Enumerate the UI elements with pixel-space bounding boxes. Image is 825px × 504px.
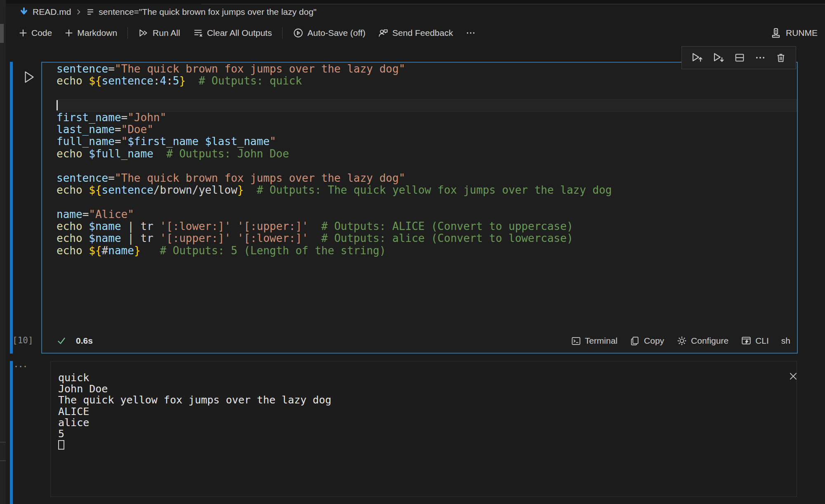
code-line[interactable]: echo ${#name} # Outputs: 5 (Length of th… bbox=[57, 245, 797, 257]
kernel-label: RUNME bbox=[786, 28, 818, 38]
code-line[interactable] bbox=[57, 196, 797, 208]
run-below-icon[interactable] bbox=[712, 52, 725, 64]
top-strip bbox=[0, 0, 825, 4]
split-cell-icon[interactable] bbox=[734, 52, 745, 63]
code-line[interactable]: echo ${sentence/brown/yellow} # Outputs:… bbox=[57, 184, 797, 196]
code-line[interactable] bbox=[57, 160, 797, 172]
code-line[interactable]: last_name="Doe" bbox=[57, 124, 797, 136]
text-cursor bbox=[57, 100, 58, 110]
code-line[interactable] bbox=[57, 87, 797, 99]
list-icon bbox=[86, 7, 95, 16]
markdown-file-icon bbox=[19, 7, 29, 17]
auto-save-label: Auto-Save (off) bbox=[307, 28, 365, 38]
auto-save-toggle[interactable]: Auto-Save (off) bbox=[287, 25, 372, 41]
stamp-icon bbox=[770, 27, 782, 39]
copy-icon bbox=[630, 336, 640, 346]
play-circle-icon bbox=[293, 28, 304, 38]
output-line: ALICE bbox=[58, 406, 797, 417]
run-all-label: Run All bbox=[153, 28, 180, 38]
add-code-cell-button[interactable]: Code bbox=[12, 25, 58, 41]
code-editor[interactable]: sentence="The quick brown fox jumps over… bbox=[42, 63, 797, 329]
cell-statusbar: 0.6s Terminal Copy Configure bbox=[42, 329, 797, 353]
cli-button[interactable]: CLI bbox=[741, 335, 769, 346]
language-label: sh bbox=[781, 336, 790, 346]
code-line[interactable]: sentence="The quick brown fox jumps over… bbox=[57, 172, 797, 184]
output-line: alice bbox=[58, 417, 797, 428]
scrollbar-thumb[interactable] bbox=[0, 24, 4, 43]
gear-icon bbox=[676, 335, 687, 346]
terminal-label: Terminal bbox=[585, 336, 618, 346]
success-check-icon bbox=[56, 335, 67, 346]
run-all-icon bbox=[138, 28, 149, 38]
output-line: The quick yellow fox jumps over the lazy… bbox=[58, 394, 797, 406]
copy-label: Copy bbox=[644, 336, 664, 346]
breadcrumb-file[interactable]: READ.md bbox=[33, 7, 71, 17]
send-feedback-button[interactable]: Send Feedback bbox=[372, 25, 459, 41]
language-picker[interactable]: sh bbox=[781, 336, 790, 346]
cell-toolbar bbox=[681, 46, 796, 69]
breadcrumb: READ.md sentence="The quick brown fox ju… bbox=[19, 6, 316, 18]
configure-label: Configure bbox=[691, 336, 728, 346]
notebook-cell: sentence="The quick brown fox jumps over… bbox=[41, 62, 798, 354]
clear-all-outputs-label: Clear All Outputs bbox=[207, 28, 272, 38]
execution-duration: 0.6s bbox=[76, 336, 93, 346]
run-cell-button[interactable] bbox=[21, 69, 36, 85]
toolbar-divider bbox=[282, 27, 283, 39]
editor-top-border bbox=[201, 4, 825, 5]
add-code-label: Code bbox=[31, 28, 52, 38]
ellipsis-icon bbox=[465, 28, 476, 38]
code-line[interactable]: first_name="John" bbox=[57, 112, 797, 124]
close-output-button[interactable] bbox=[786, 369, 800, 383]
configure-button[interactable]: Configure bbox=[676, 335, 728, 346]
terminal-block-cursor bbox=[58, 440, 64, 450]
code-line[interactable] bbox=[57, 99, 797, 111]
cell-focus-bar bbox=[10, 62, 13, 354]
output-focus-bar bbox=[10, 361, 13, 504]
add-markdown-cell-button[interactable]: Markdown bbox=[58, 25, 123, 41]
chevron-right-icon bbox=[75, 8, 82, 16]
code-line[interactable]: echo ${sentence:4:5} # Outputs: quick bbox=[57, 75, 797, 87]
notebook-toolbar: Code Markdown Run All Clear All Outputs … bbox=[12, 22, 482, 44]
left-gutter-strip bbox=[0, 0, 6, 504]
output-line: 5 bbox=[58, 428, 797, 439]
code-line[interactable]: echo $name | tr '[:upper:]' '[:lower:]' … bbox=[57, 232, 797, 244]
output-collapse-button[interactable]: ··· bbox=[14, 359, 28, 372]
send-feedback-label: Send Feedback bbox=[392, 28, 453, 38]
delete-cell-icon[interactable] bbox=[775, 52, 787, 63]
more-actions-button[interactable] bbox=[459, 25, 482, 41]
output-lines: quickJohn DoeThe quick yellow fox jumps … bbox=[58, 372, 797, 450]
terminal-button[interactable]: Terminal bbox=[571, 336, 618, 346]
kernel-picker-button[interactable]: RUNME bbox=[770, 22, 818, 44]
cli-icon bbox=[741, 335, 752, 346]
run-all-button[interactable]: Run All bbox=[132, 25, 186, 41]
output-line: John Doe bbox=[58, 383, 797, 394]
execution-count: [10] bbox=[12, 335, 33, 345]
gutter-separator bbox=[0, 442, 6, 443]
code-line[interactable]: name="Alice" bbox=[57, 209, 797, 220]
copy-button[interactable]: Copy bbox=[630, 336, 664, 346]
cli-label: CLI bbox=[755, 336, 769, 346]
code-lines: sentence="The quick brown fox jumps over… bbox=[57, 63, 797, 257]
breadcrumb-cell[interactable]: sentence="The quick brown fox jumps over… bbox=[99, 7, 316, 17]
code-line[interactable]: echo $full_name # Outputs: John Doe bbox=[57, 148, 797, 160]
plus-icon bbox=[19, 28, 28, 38]
output-line: quick bbox=[58, 372, 797, 383]
toolbar-divider bbox=[127, 27, 128, 39]
output-line bbox=[58, 439, 797, 450]
cell-output: quickJohn DoeThe quick yellow fox jumps … bbox=[50, 361, 797, 497]
terminal-icon bbox=[571, 336, 581, 346]
feedback-icon bbox=[378, 28, 389, 38]
clear-all-outputs-button[interactable]: Clear All Outputs bbox=[186, 25, 278, 41]
gutter-separator bbox=[0, 460, 6, 461]
code-line[interactable]: echo $name | tr '[:lower:]' '[:upper:]' … bbox=[57, 220, 797, 232]
plus-icon bbox=[64, 28, 73, 38]
add-markdown-label: Markdown bbox=[77, 28, 117, 38]
code-line[interactable]: full_name="$first_name $last_name" bbox=[57, 136, 797, 148]
clear-outputs-icon bbox=[193, 28, 203, 38]
run-above-icon[interactable] bbox=[691, 52, 703, 64]
more-actions-icon[interactable] bbox=[754, 52, 766, 63]
